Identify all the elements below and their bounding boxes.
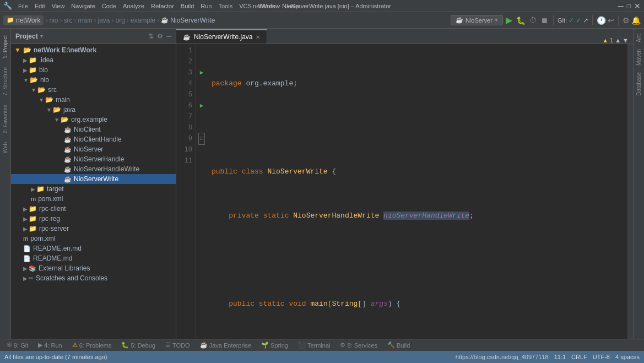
code-content[interactable]: package org.example; public class NioSer… <box>207 44 627 339</box>
warning-nav-down[interactable]: ▼ <box>623 37 629 44</box>
tree-item-nio[interactable]: ▼ 📂 nio <box>11 75 176 85</box>
run-gutter-3[interactable]: ▶ <box>196 67 207 78</box>
menu-build[interactable]: Build <box>178 2 197 10</box>
bottom-tab-run[interactable]: ▶ 4: Run <box>34 340 66 350</box>
tab-close-button[interactable]: ✕ <box>256 34 260 40</box>
history-button[interactable]: 🕐 <box>597 16 606 25</box>
tree-item-src[interactable]: ▼ 📂 src <box>11 85 176 95</box>
warning-nav-up[interactable]: ▲ <box>615 37 621 44</box>
undo-button[interactable]: ↩ <box>608 16 614 25</box>
menu-run[interactable]: Run <box>198 2 214 10</box>
tree-item-rpc-client[interactable]: ▶ 📁 rpc-client <box>11 204 176 214</box>
menu-file[interactable]: File <box>15 2 31 10</box>
bottom-tab-git[interactable]: ⑨ 9: Git <box>2 340 33 350</box>
run-gutter-6[interactable]: ▶ <box>196 100 207 111</box>
run-button[interactable]: ▶ <box>506 15 512 25</box>
stop-button[interactable]: ⏹ <box>540 16 548 25</box>
breadcrumb-main[interactable]: main <box>78 17 92 24</box>
breadcrumb-class[interactable]: NioServerWrite <box>170 17 215 24</box>
menu-analyze[interactable]: Analyze <box>120 2 147 10</box>
run-arrow-icon-3[interactable]: ▶ <box>200 67 204 78</box>
fold-icon-9[interactable]: □ <box>198 133 205 145</box>
menu-code[interactable]: Code <box>99 2 119 10</box>
tree-item-rpc-reg[interactable]: ▶ 📁 rpc-reg <box>11 214 176 224</box>
tree-item-nioserverhandlewrite[interactable]: ☕ NioServerHandleWrite <box>11 164 176 174</box>
favorites-tab[interactable]: 2: Favorites <box>1 100 9 138</box>
run-arrow-icon-6[interactable]: ▶ <box>200 100 204 111</box>
database-tab[interactable]: Database <box>635 69 643 99</box>
panel-close-icon[interactable]: ─ <box>166 32 171 40</box>
bottom-tab-services[interactable]: ⚙ 8: Services <box>335 340 381 350</box>
tree-item-nioserverwrite[interactable]: ☕ NioServerWrite <box>11 174 176 184</box>
encoding-indicator[interactable]: UTF-8 <box>593 354 610 360</box>
scrollbar-area[interactable] <box>627 44 633 339</box>
tree-item-target[interactable]: ▶ 📁 target <box>11 184 176 194</box>
profile-button[interactable]: ⏱ <box>529 16 537 24</box>
nio-label: nio <box>40 76 49 84</box>
bottom-tab-spring[interactable]: 🌱 Spring <box>257 340 293 350</box>
debug-button[interactable]: 🐛 <box>516 16 526 25</box>
tree-item-nioclient[interactable]: ☕ NioClient <box>11 124 176 134</box>
editor-tab-nioserverwrite[interactable]: ☕ NioServerWrite.java ✕ <box>176 29 267 44</box>
menu-tools[interactable]: Tools <box>215 2 235 10</box>
tree-item-org-example[interactable]: ▼ 📂 org.example <box>11 115 176 124</box>
project-tab[interactable]: 1: Project <box>1 31 9 63</box>
tree-item-scratches[interactable]: ▶ ✏ Scratches and Consoles <box>11 273 176 283</box>
tree-item-readme[interactable]: 📄 README.md <box>11 253 176 263</box>
bottom-tab-problems[interactable]: ⚠ 6: Problems <box>68 340 116 350</box>
tree-item-nioserver[interactable]: ☕ NioServer <box>11 144 176 154</box>
breadcrumb-org[interactable]: org <box>116 17 125 24</box>
notifications-button[interactable]: 🔔 <box>631 16 641 25</box>
indent-indicator[interactable]: 4 spaces <box>615 354 640 360</box>
bottom-tab-terminal[interactable]: ⬛ Terminal <box>294 340 335 350</box>
tree-item-pom-nio[interactable]: m pom.xml <box>11 194 176 204</box>
bottom-tab-todo[interactable]: ☰ TODO <box>161 340 194 350</box>
code-line-6: public static void main(String[] args) { <box>212 299 623 310</box>
project-name-btn[interactable]: 📁 netWork <box>3 15 44 25</box>
close-button[interactable]: ✕ <box>634 2 641 10</box>
tree-item-java[interactable]: ▼ 📂 java <box>11 105 176 115</box>
fold-gutter-9[interactable]: □ <box>196 133 207 144</box>
tree-item-nioserverhandle[interactable]: ☕ NioServerHandle <box>11 154 176 164</box>
main-toolbar: 📁 netWork › nio › src › main › java › or… <box>0 12 644 29</box>
breadcrumb-java[interactable]: java <box>98 17 110 24</box>
tree-item-ext-libs[interactable]: ▶ 📚 External Libraries <box>11 263 176 273</box>
panel-settings-icon[interactable]: ⚙ <box>157 32 163 40</box>
tree-item-nioclienthandle[interactable]: ☕ NioClientHandle <box>11 134 176 144</box>
menu-refactor[interactable]: Refactor <box>148 2 177 10</box>
breadcrumb-example[interactable]: example <box>131 17 155 24</box>
breadcrumb-src[interactable]: src <box>63 17 72 24</box>
breadcrumb-nio[interactable]: nio <box>49 17 58 24</box>
menu-vcs[interactable]: VCS <box>236 2 255 10</box>
bottom-tab-debug[interactable]: 🐛 5: Debug <box>117 340 160 350</box>
web-tab[interactable]: Web <box>1 138 9 158</box>
git-ok-icon[interactable]: ✓ <box>576 17 581 24</box>
project-dropdown-icon[interactable]: ▾ <box>40 33 43 39</box>
tree-item-readme-en[interactable]: 📄 README.en.md <box>11 243 176 253</box>
tree-item-main[interactable]: ▼ 📂 main <box>11 95 176 105</box>
menu-navigate[interactable]: Navigate <box>68 2 98 10</box>
tree-item-bio[interactable]: ▶ 📁 bio <box>11 65 176 75</box>
menu-view[interactable]: View <box>49 2 68 10</box>
maven-tab[interactable]: Maven <box>635 46 643 69</box>
git-check-icon[interactable]: ✓ <box>569 17 574 24</box>
code-editor[interactable]: 1 2 3 4 5 6 7 8 9 10 11 <box>176 44 633 339</box>
tree-item-rpc-server[interactable]: ▶ 📁 rpc-server <box>11 224 176 234</box>
project-tree[interactable]: ▼ 📂 netWork E:\netWork ▶ 📁 .idea ▶ 📁 bio <box>11 44 176 339</box>
position-indicator[interactable]: 11:1 <box>554 354 566 360</box>
tree-root[interactable]: ▼ 📂 netWork E:\netWork <box>11 45 176 55</box>
tree-item-pom-root[interactable]: m pom.xml <box>11 234 176 243</box>
settings-button[interactable]: ⚙ <box>623 16 630 25</box>
git-push-icon[interactable]: ↗ <box>583 17 588 24</box>
minimize-button[interactable]: ─ <box>618 2 624 10</box>
bottom-tab-build[interactable]: 🔨 Build <box>383 340 414 350</box>
menu-edit[interactable]: Edit <box>32 2 48 10</box>
structure-tab[interactable]: 7: Structure <box>1 63 9 100</box>
bottom-tab-java-enterprise[interactable]: ☕ Java Enterprise <box>196 340 256 350</box>
panel-layout-icon[interactable]: ⇅ <box>148 32 154 40</box>
tree-item-idea[interactable]: ▶ 📁 .idea <box>11 55 176 65</box>
ant-tab[interactable]: Ant <box>635 31 643 46</box>
maximize-button[interactable]: □ <box>627 2 631 10</box>
run-config-dropdown[interactable]: ☕ NioServer ▾ <box>451 15 503 25</box>
crlf-indicator[interactable]: CRLF <box>571 354 587 360</box>
